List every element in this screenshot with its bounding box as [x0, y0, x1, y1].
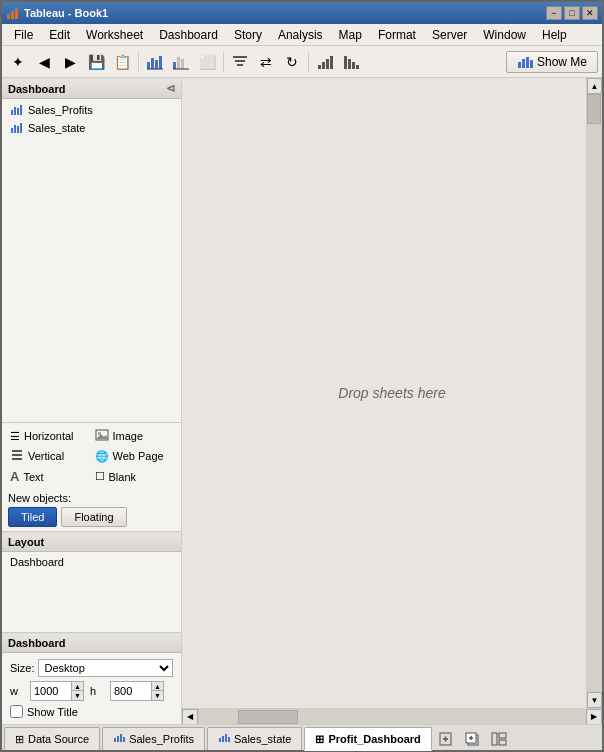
toolbar-filter-icon[interactable] — [228, 50, 252, 74]
scroll-thumb-vertical[interactable] — [587, 94, 601, 124]
sheet-item-sales-state[interactable]: Sales_state — [2, 119, 181, 137]
height-down-button[interactable]: ▼ — [151, 691, 163, 700]
svg-rect-12 — [173, 62, 176, 69]
svg-rect-14 — [181, 59, 184, 69]
menu-bar: File Edit Worksheet Dashboard Story Anal… — [2, 24, 602, 46]
size-select[interactable]: Desktop Tablet Phone — [38, 659, 173, 677]
menu-story[interactable]: Story — [226, 26, 270, 44]
vertical-scrollbar: ▲ ▼ — [586, 78, 602, 708]
width-up-button[interactable]: ▲ — [71, 682, 83, 691]
tab-data-source[interactable]: ⊞ Data Source — [4, 727, 100, 750]
toolbar-save-icon[interactable]: 💾 — [84, 50, 108, 74]
menu-format[interactable]: Format — [370, 26, 424, 44]
text-obj-icon: A — [10, 469, 19, 484]
scroll-left-arrow[interactable]: ◀ — [182, 709, 198, 725]
menu-map[interactable]: Map — [331, 26, 370, 44]
scroll-down-arrow[interactable]: ▼ — [587, 692, 602, 708]
toolbar-chart1-icon[interactable] — [143, 50, 167, 74]
menu-edit[interactable]: Edit — [41, 26, 78, 44]
menu-worksheet[interactable]: Worksheet — [78, 26, 151, 44]
blank-icon: ☐ — [95, 470, 105, 483]
size-row: Size: Desktop Tablet Phone — [10, 659, 173, 677]
sales-state-tab-icon — [218, 733, 230, 745]
show-me-button[interactable]: Show Me — [506, 51, 598, 73]
close-button[interactable]: ✕ — [582, 6, 598, 20]
width-spinners: ▲ ▼ — [71, 682, 83, 700]
menu-dashboard[interactable]: Dashboard — [151, 26, 226, 44]
toolbar-shape-icon[interactable]: ⬜ — [195, 50, 219, 74]
toolbar-sep2 — [223, 52, 224, 72]
toolbar-chart2-icon[interactable] — [169, 50, 193, 74]
toolbar-forward-icon[interactable]: ▶ — [58, 50, 82, 74]
toolbar-sort2-icon[interactable] — [339, 50, 363, 74]
menu-server[interactable]: Server — [424, 26, 475, 44]
svg-rect-33 — [17, 108, 19, 115]
panel-pin-icon[interactable]: ⊲ — [166, 82, 175, 95]
dashboard-panel-header: Dashboard ⊲ — [2, 78, 181, 99]
toolbar-sep3 — [308, 52, 309, 72]
obj-image[interactable]: Image — [93, 427, 176, 445]
show-title-checkbox[interactable] — [10, 705, 23, 718]
layout-section: Layout Dashboard — [2, 531, 181, 632]
toolbar-clone-icon[interactable]: 📋 — [110, 50, 134, 74]
window-title: Tableau - Book1 — [6, 6, 108, 20]
obj-blank[interactable]: ☐ Blank — [93, 467, 176, 486]
height-spinners: ▲ ▼ — [151, 682, 163, 700]
new-objects-buttons: Tiled Floating — [8, 507, 175, 527]
tab-sales-state[interactable]: Sales_state — [207, 727, 302, 750]
sheet-icon-sales-profits — [10, 103, 24, 117]
duplicate-sheet-icon — [465, 732, 481, 746]
main-area: Dashboard ⊲ Sales_Profits — [2, 78, 602, 724]
app-icon — [6, 6, 20, 20]
svg-rect-52 — [228, 737, 230, 742]
width-input[interactable] — [31, 684, 71, 698]
toggle-view-button[interactable] — [488, 727, 510, 750]
obj-webpage[interactable]: 🌐 Web Page — [93, 447, 176, 465]
height-up-button[interactable]: ▲ — [151, 682, 163, 691]
svg-rect-13 — [177, 57, 180, 69]
svg-rect-22 — [330, 56, 333, 69]
tiled-button[interactable]: Tiled — [8, 507, 57, 527]
svg-rect-38 — [20, 123, 22, 133]
show-title-label: Show Title — [27, 706, 78, 718]
svg-rect-45 — [114, 738, 116, 742]
svg-rect-29 — [526, 57, 529, 68]
obj-vertical[interactable]: Vertical — [8, 447, 91, 465]
menu-analysis[interactable]: Analysis — [270, 26, 331, 44]
obj-horizontal[interactable]: ☰ Horizontal — [8, 427, 91, 445]
canvas-area: Drop sheets here ▲ ▼ ◀ ▶ — [182, 78, 602, 724]
toolbar-refresh-icon[interactable]: ↻ — [280, 50, 304, 74]
layout-content: Dashboard — [2, 552, 181, 572]
svg-rect-9 — [155, 60, 158, 69]
layout-spacer — [2, 572, 181, 632]
toolbar-sort1-icon[interactable] — [313, 50, 337, 74]
toolbar-back-icon[interactable]: ◀ — [32, 50, 56, 74]
obj-text[interactable]: A Text — [8, 467, 91, 486]
bottom-tabs: ⊞ Data Source Sales_Profits — [2, 724, 602, 750]
svg-rect-42 — [12, 450, 22, 452]
sheet-item-sales-profits[interactable]: Sales_Profits — [2, 101, 181, 119]
height-input[interactable] — [111, 684, 151, 698]
tab-sales-profits[interactable]: Sales_Profits — [102, 727, 205, 750]
tab-profit-dashboard[interactable]: ⊞ Profit_Dashboard — [304, 727, 431, 751]
scroll-right-arrow[interactable]: ▶ — [586, 709, 602, 725]
scroll-up-arrow[interactable]: ▲ — [587, 78, 602, 94]
menu-window[interactable]: Window — [475, 26, 534, 44]
maximize-button[interactable]: □ — [564, 6, 580, 20]
toolbar-swap-icon[interactable]: ⇄ — [254, 50, 278, 74]
show-title-row: Show Title — [10, 705, 173, 718]
floating-button[interactable]: Floating — [61, 507, 126, 527]
filter-icon — [231, 54, 249, 70]
canvas-drop-zone[interactable]: Drop sheets here — [182, 78, 602, 708]
scroll-thumb-horizontal[interactable] — [238, 710, 298, 724]
add-sheet-button[interactable] — [436, 727, 458, 750]
size-content: Size: Desktop Tablet Phone w ▲ — [2, 653, 181, 724]
duplicate-sheet-button[interactable] — [462, 727, 484, 750]
svg-rect-25 — [352, 62, 355, 69]
menu-help[interactable]: Help — [534, 26, 575, 44]
minimize-button[interactable]: − — [546, 6, 562, 20]
main-window: Tableau - Book1 − □ ✕ File Edit Workshee… — [0, 0, 604, 752]
menu-file[interactable]: File — [6, 26, 41, 44]
toolbar-home-icon[interactable]: ✦ — [6, 50, 30, 74]
width-down-button[interactable]: ▼ — [71, 691, 83, 700]
